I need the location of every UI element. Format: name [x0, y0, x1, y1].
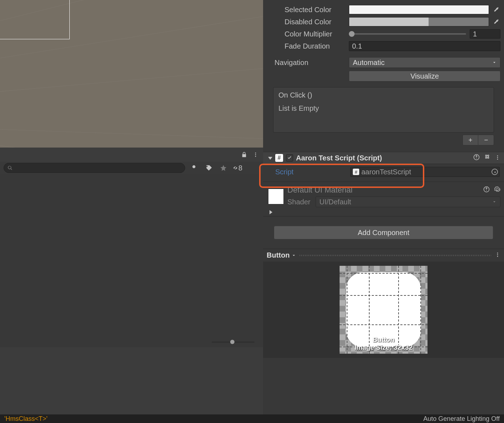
onclick-empty: List is Empty — [273, 101, 494, 132]
color-multiplier-label: Color Multiplier — [285, 30, 349, 38]
svg-point-10 — [497, 253, 498, 254]
lighting-status[interactable]: Auto Generate Lighting Off — [423, 415, 500, 423]
visualize-button[interactable]: Visualize — [349, 71, 500, 81]
fade-duration-value[interactable]: 0.1 — [349, 41, 500, 51]
script-component-header[interactable]: # Aaron Test Script (Script) — [263, 152, 504, 164]
script-component-title: Aaron Test Script (Script) — [296, 154, 470, 162]
svg-point-0 — [255, 153, 256, 154]
onclick-header: On Click () — [273, 88, 494, 101]
svg-point-1 — [255, 154, 256, 155]
kebab-icon[interactable] — [495, 251, 500, 259]
material-title: Default UI Material — [287, 185, 352, 195]
help-icon[interactable] — [483, 186, 490, 194]
script-field-label: Script — [275, 168, 350, 176]
panel-header — [0, 148, 263, 162]
search-input[interactable] — [4, 163, 185, 173]
navigation-dropdown[interactable]: Automatic — [349, 57, 500, 68]
chevron-down-icon — [292, 253, 296, 258]
remove-event-button[interactable] — [478, 135, 494, 145]
lock-icon[interactable] — [239, 150, 249, 159]
script-field-value: aaronTestScript — [361, 168, 411, 176]
filter-type-icon[interactable] — [190, 163, 199, 173]
add-event-button[interactable] — [463, 135, 478, 145]
preset-icon[interactable] — [484, 154, 490, 162]
shader-label: Shader — [287, 198, 311, 206]
help-icon[interactable] — [473, 154, 480, 162]
hidden-icon[interactable]: 8 — [233, 163, 242, 173]
project-toolbar: 8 — [0, 162, 263, 174]
script-field-row: Script # aaronTestScript — [263, 164, 504, 180]
zoom-slider[interactable] — [212, 339, 255, 345]
preview-header[interactable]: Button — [263, 249, 504, 262]
eyedropper-icon[interactable] — [492, 5, 500, 14]
selected-color-field[interactable] — [349, 5, 489, 14]
scene-view[interactable] — [0, 0, 263, 148]
drag-handle[interactable] — [300, 255, 491, 256]
disabled-color-label: Disabled Color — [285, 18, 349, 26]
navigation-value: Automatic — [353, 59, 385, 67]
preview-name: Button — [267, 251, 296, 259]
material-thumbnail[interactable] — [268, 189, 284, 204]
script-icon: # — [275, 154, 283, 162]
enable-checkbox[interactable] — [286, 154, 293, 161]
sprite-size: Image Size: 32x32 — [340, 344, 428, 352]
sprite-name: Button — [340, 336, 428, 344]
eyedropper-icon[interactable] — [492, 18, 500, 26]
color-multiplier-slider[interactable] — [349, 33, 466, 35]
selection-rect — [0, 0, 70, 39]
chevron-down-icon — [492, 200, 496, 204]
foldout-icon[interactable] — [268, 157, 272, 160]
status-bar: 'HmsClass<T>' Auto Generate Lighting Off — [0, 414, 504, 423]
script-mini-icon: # — [353, 169, 359, 175]
navigation-label: Navigation — [275, 59, 349, 67]
svg-point-8 — [497, 159, 498, 160]
svg-point-2 — [255, 156, 256, 157]
kebab-icon[interactable] — [495, 154, 500, 162]
kebab-icon[interactable] — [251, 150, 260, 159]
project-body[interactable] — [0, 174, 263, 347]
svg-point-6 — [497, 155, 498, 156]
selected-color-label: Selected Color — [285, 6, 349, 14]
filter-label-icon[interactable] — [204, 163, 214, 173]
console-error-text[interactable]: 'HmsClass<T>' — [4, 415, 48, 423]
hidden-count: 8 — [238, 164, 242, 172]
chevron-down-icon — [492, 60, 496, 65]
svg-point-12 — [497, 256, 498, 257]
gear-icon[interactable] — [494, 186, 500, 194]
material-foldout-icon[interactable] — [270, 210, 272, 214]
favorite-icon[interactable] — [219, 163, 228, 173]
add-component-button[interactable]: Add Component — [274, 226, 493, 239]
svg-point-11 — [497, 254, 498, 255]
sprite-preview: Button Image Size: 32x32 — [340, 266, 428, 354]
object-picker-icon[interactable] — [491, 169, 498, 175]
preview-body: Button Image Size: 32x32 — [263, 262, 504, 358]
script-object-field[interactable]: # aaronTestScript — [350, 167, 500, 177]
disabled-color-field[interactable] — [349, 17, 489, 26]
shader-value: UI/Default — [320, 198, 351, 206]
onclick-event-box: On Click () List is Empty — [273, 87, 494, 133]
color-multiplier-value[interactable]: 1 — [470, 29, 500, 39]
fade-duration-label: Fade Duration — [285, 42, 349, 50]
svg-point-7 — [497, 157, 498, 158]
shader-dropdown[interactable]: UI/Default — [316, 196, 501, 207]
inspector-panel: Pressed Color Selected Color Disabled Co… — [263, 0, 504, 414]
svg-point-3 — [192, 165, 195, 168]
